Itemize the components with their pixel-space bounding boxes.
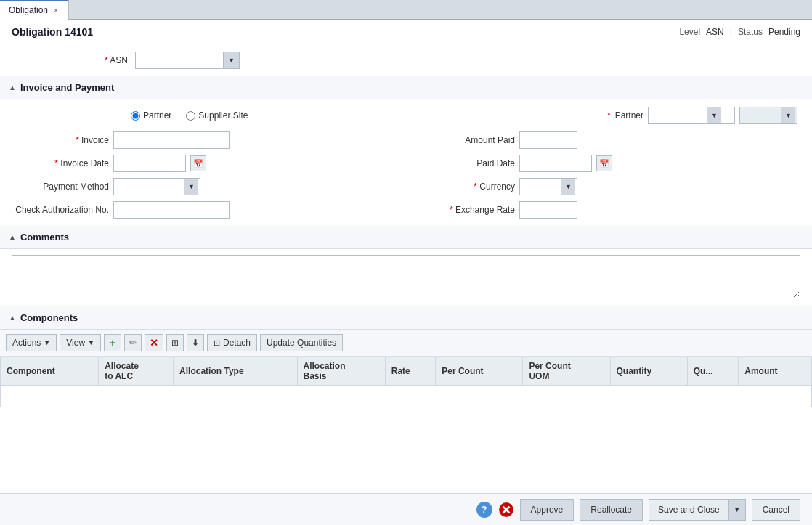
invoice-payment-form: Partner Supplier Site * Partner ▼ ▼: [0, 99, 812, 226]
radio-supplier[interactable]: Supplier Site: [186, 110, 248, 121]
obligation-title: Obligation 14101: [12, 26, 93, 38]
comments-title: Comments: [20, 232, 69, 243]
tab-close-icon[interactable]: ×: [52, 6, 60, 15]
invoice-date-calendar-icon[interactable]: 📅: [190, 155, 206, 171]
col-allocation-basis: AllocationBasis: [297, 357, 385, 386]
update-quantities-button[interactable]: Update Quantities: [260, 334, 343, 351]
save-close-dropdown-button[interactable]: ▼: [728, 499, 746, 521]
comments-textarea[interactable]: [12, 255, 800, 298]
table-header-row: Component Allocateto ALC Allocation Type…: [1, 357, 812, 386]
delete-button[interactable]: ✕: [145, 334, 163, 351]
partner-secondary-input[interactable]: [740, 108, 781, 123]
paid-date-field-row: Paid Date 📅: [421, 155, 797, 172]
invoice-input[interactable]: [113, 131, 230, 149]
paid-date-input[interactable]: [519, 155, 592, 172]
check-auth-field-row: Check Authorization No.: [15, 201, 391, 219]
add-button[interactable]: +: [104, 334, 121, 351]
exchange-rate-input[interactable]: [519, 201, 577, 219]
reallocate-label: Reallocate: [590, 505, 632, 515]
actions-label: Actions: [12, 338, 41, 348]
actions-dropdown-icon: ▼: [44, 339, 50, 346]
payment-method-dropdown[interactable]: ▼: [184, 179, 198, 195]
cancel-label: Cancel: [763, 505, 789, 515]
payment-method-label: Payment Method: [15, 182, 109, 192]
status-value: Pending: [768, 27, 800, 37]
col-per-count-uom: Per CountUOM: [523, 357, 610, 386]
col-component: Component: [1, 357, 99, 386]
delete-x-button[interactable]: [498, 502, 514, 518]
invoice-date-label: * Invoice Date: [15, 158, 109, 168]
amount-paid-input[interactable]: [519, 131, 577, 149]
partner-dropdown-button[interactable]: ▼: [707, 107, 721, 123]
asn-label: ASN: [110, 55, 128, 65]
currency-label: * Currency: [421, 182, 515, 192]
pencil-icon: ✏: [129, 338, 137, 348]
add-icon: +: [110, 337, 115, 349]
invoice-label: * Invoice: [15, 135, 109, 145]
radio-partner[interactable]: Partner: [131, 110, 171, 121]
components-table-container: Component Allocateto ALC Allocation Type…: [0, 357, 812, 407]
paid-date-label: Paid Date: [421, 158, 515, 168]
col-allocation-type: Allocation Type: [174, 357, 297, 386]
invoice-payment-title: Invoice and Payment: [20, 82, 114, 93]
help-button[interactable]: ?: [476, 502, 492, 518]
amount-paid-label: Amount Paid: [421, 135, 515, 145]
asn-input[interactable]: [136, 53, 223, 68]
refresh-button[interactable]: ⊞: [166, 334, 184, 351]
detach-button[interactable]: ⊡ Detach: [207, 334, 257, 351]
detach-label: Detach: [223, 338, 251, 348]
col-quantity: Quantity: [610, 357, 687, 386]
view-label: View: [66, 338, 85, 348]
exchange-rate-label: * Exchange Rate: [421, 205, 515, 215]
page-content: Obligation 14101 Level ASN | Status Pend…: [0, 20, 812, 525]
currency-input[interactable]: [520, 179, 561, 194]
detach-icon: ⊡: [214, 338, 220, 348]
partner-select-group: ▼: [648, 107, 735, 124]
radio-supplier-input[interactable]: [186, 111, 195, 121]
actions-button[interactable]: Actions ▼: [6, 334, 57, 351]
invoice-date-input[interactable]: [113, 155, 186, 172]
components-toolbar: Actions ▼ View ▼ + ✏ ✕ ⊞ ⬇ ⊡ Detach Upda…: [0, 330, 812, 357]
col-allocate-alc: Allocateto ALC: [99, 357, 174, 386]
currency-dropdown[interactable]: ▼: [561, 179, 575, 195]
invoice-fields-grid: * Invoice Amount Paid * Invoice Date 📅: [15, 131, 797, 219]
radio-group: Partner Supplier Site: [131, 110, 578, 121]
invoice-required-star: *: [76, 135, 79, 145]
tab-obligation[interactable]: Obligation ×: [0, 0, 69, 20]
save-close-button[interactable]: Save and Close: [649, 499, 728, 521]
col-per-count: Per Count: [436, 357, 523, 386]
comments-collapse-icon[interactable]: ▲: [9, 233, 16, 241]
partner-secondary-dropdown[interactable]: ▼: [781, 107, 795, 123]
asn-dropdown-button[interactable]: ▼: [223, 52, 239, 68]
check-auth-label: Check Authorization No.: [15, 205, 109, 215]
components-section-header: ▲ Components: [0, 306, 812, 330]
approve-label: Approve: [531, 505, 564, 515]
payment-method-input[interactable]: [114, 179, 184, 194]
invoice-field-row: * Invoice: [15, 131, 391, 149]
paid-date-calendar-icon[interactable]: 📅: [596, 155, 612, 171]
obligation-header: Obligation 14101 Level ASN | Status Pend…: [0, 20, 812, 44]
check-auth-input[interactable]: [113, 201, 230, 219]
view-button[interactable]: View ▼: [60, 334, 101, 351]
reallocate-button[interactable]: Reallocate: [580, 499, 643, 521]
export-button[interactable]: ⬇: [187, 334, 204, 351]
components-collapse-icon[interactable]: ▲: [9, 314, 16, 322]
cancel-button[interactable]: Cancel: [752, 499, 800, 521]
export-icon: ⬇: [192, 338, 199, 348]
comments-section-header: ▲ Comments: [0, 226, 812, 249]
approve-button[interactable]: Approve: [520, 499, 575, 521]
level-value: ASN: [706, 27, 724, 37]
refresh-icon: ⊞: [171, 338, 179, 348]
payment-method-select: ▼: [113, 178, 200, 195]
invoice-date-field-row: * Invoice Date 📅: [15, 155, 391, 172]
edit-button[interactable]: ✏: [124, 334, 142, 351]
obligation-meta: Level ASN | Status Pending: [679, 27, 800, 37]
partner-select-input[interactable]: [649, 108, 707, 123]
collapse-triangle-icon[interactable]: ▲: [9, 84, 16, 91]
view-dropdown-icon: ▼: [88, 339, 94, 346]
currency-field-row: * Currency ▼: [421, 178, 797, 195]
col-rate: Rate: [385, 357, 436, 386]
radio-partner-input[interactable]: [131, 111, 140, 121]
status-label: Status: [738, 27, 763, 37]
partner-required-star: *: [607, 110, 611, 121]
